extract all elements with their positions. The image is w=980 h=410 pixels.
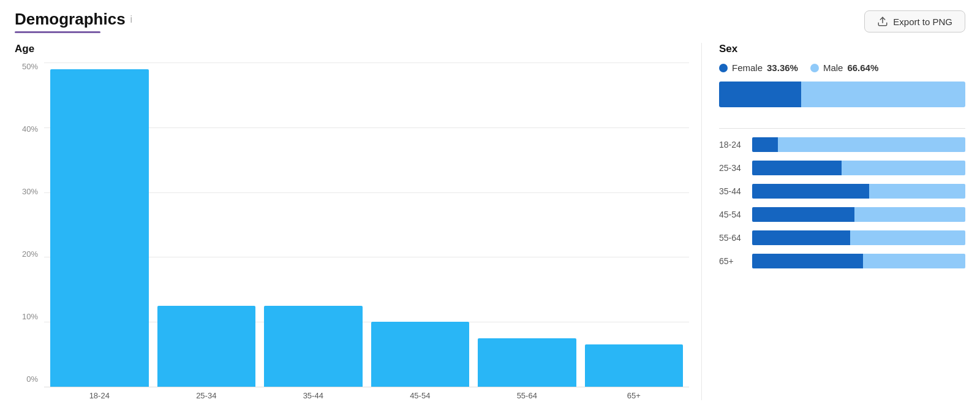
- age-row-label: 55-64: [719, 233, 745, 243]
- age-bar-female: [752, 137, 778, 152]
- bar-chart: 50%40%30%20%10%0%: [15, 63, 689, 400]
- age-stacked-bar: [752, 184, 965, 199]
- export-icon: [877, 16, 888, 27]
- bars-row: [44, 63, 689, 387]
- age-chart-area: 50%40%30%20%10%0%: [15, 63, 689, 400]
- x-axis-label: 25-34: [157, 391, 256, 400]
- x-axis: 18-2425-3435-4445-5455-6465+: [44, 387, 689, 400]
- male-dot: [810, 64, 819, 72]
- x-axis-label: 55-64: [478, 391, 576, 400]
- age-bar-male: [854, 207, 965, 222]
- title-area: Demographics i: [15, 10, 132, 33]
- export-button[interactable]: Export to PNG: [864, 10, 965, 32]
- y-axis-label: 20%: [22, 250, 38, 258]
- sex-section: Sex Female 33.36% Male 66.64%: [702, 43, 965, 400]
- y-axis-label: 40%: [22, 125, 38, 133]
- female-dot: [719, 64, 728, 72]
- age-row-label: 65+: [719, 256, 745, 266]
- age-sex-row: 18-24: [719, 137, 965, 152]
- bar: [157, 306, 256, 387]
- age-sex-row: 25-34: [719, 161, 965, 175]
- bar: [264, 306, 363, 387]
- bar: [50, 69, 149, 387]
- chart-inner: 18-2425-3435-4445-5455-6465+: [44, 63, 689, 400]
- y-axis-label: 50%: [22, 63, 38, 70]
- bars-and-grid: [44, 63, 689, 387]
- age-bar-female: [752, 184, 869, 199]
- overall-female-bar: [719, 82, 801, 107]
- age-stacked-bar: [752, 161, 965, 175]
- age-bar-male: [863, 254, 965, 268]
- x-axis-label: 65+: [585, 391, 684, 400]
- export-button-label: Export to PNG: [893, 17, 952, 27]
- age-row-label: 45-54: [719, 210, 745, 219]
- age-breakdown: 18-2425-3435-4445-5455-6465+: [719, 137, 965, 268]
- page-title: Demographics: [15, 10, 126, 29]
- age-bar-male: [850, 230, 965, 245]
- age-row-label: 35-44: [719, 186, 745, 196]
- bar-group: [478, 63, 576, 387]
- age-stacked-bar: [752, 207, 965, 222]
- age-section: Age 50%40%30%20%10%0%: [15, 43, 702, 400]
- page-container: Demographics i Export to PNG Age 50%40%3…: [0, 0, 980, 410]
- age-row-label: 25-34: [719, 163, 745, 173]
- female-legend-item: Female 33.36%: [719, 63, 798, 73]
- age-stacked-bar: [752, 137, 965, 152]
- legend-row: Female 33.36% Male 66.64%: [719, 63, 965, 73]
- age-section-label: Age: [15, 43, 689, 55]
- age-sex-row: 55-64: [719, 230, 965, 245]
- overall-male-bar: [801, 82, 965, 107]
- bar-group: [157, 63, 256, 387]
- x-axis-label: 18-24: [50, 391, 149, 400]
- bar-group: [50, 63, 149, 387]
- x-axis-label: 45-54: [371, 391, 470, 400]
- bar: [371, 322, 470, 387]
- title-row: Demographics i: [15, 10, 132, 29]
- title-underline: [15, 31, 100, 33]
- age-stacked-bar: [752, 254, 965, 268]
- y-axis: 50%40%30%20%10%0%: [15, 63, 44, 400]
- age-bar-female: [752, 254, 863, 268]
- age-bar-female: [752, 230, 850, 245]
- female-pct: 33.36%: [767, 63, 798, 73]
- x-axis-label: 35-44: [264, 391, 363, 400]
- age-row-label: 18-24: [719, 140, 745, 150]
- age-bar-male: [842, 161, 965, 175]
- age-bar-female: [752, 207, 854, 222]
- age-sex-row: 35-44: [719, 184, 965, 199]
- bar: [478, 338, 576, 387]
- bar-group: [371, 63, 470, 387]
- male-pct: 66.64%: [847, 63, 878, 73]
- info-icon[interactable]: i: [130, 14, 133, 25]
- y-axis-label: 10%: [22, 313, 38, 321]
- overall-stacked-bar-container: [719, 82, 965, 107]
- main-content: Age 50%40%30%20%10%0%: [15, 43, 965, 400]
- divider: [719, 128, 965, 129]
- age-stacked-bar: [752, 230, 965, 245]
- sex-section-label: Sex: [719, 43, 965, 55]
- y-axis-label: 30%: [22, 188, 38, 196]
- age-bar-female: [752, 161, 842, 175]
- age-bar-male: [778, 137, 965, 152]
- age-sex-row: 65+: [719, 254, 965, 268]
- y-axis-label: 0%: [26, 375, 38, 383]
- bar: [585, 344, 684, 387]
- bar-group: [264, 63, 363, 387]
- male-label: Male: [823, 63, 843, 73]
- overall-stacked-bar: [719, 82, 965, 107]
- header: Demographics i Export to PNG: [15, 10, 965, 33]
- female-label: Female: [732, 63, 763, 73]
- age-sex-row: 45-54: [719, 207, 965, 222]
- bar-group: [585, 63, 684, 387]
- age-bar-male: [869, 184, 965, 199]
- male-legend-item: Male 66.64%: [810, 63, 878, 73]
